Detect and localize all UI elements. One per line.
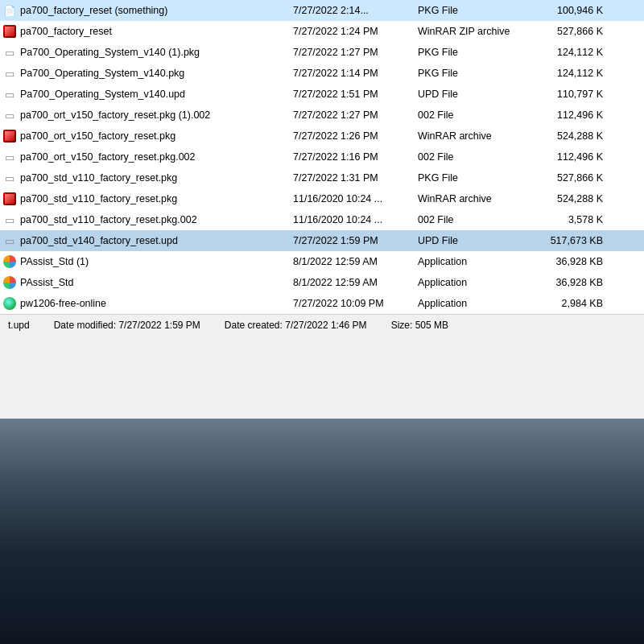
status-size: Size: 505 MB [391, 320, 448, 331]
file-size: 100,946 K [522, 5, 603, 16]
doc-icon: ▭ [3, 171, 16, 184]
file-size: 517,673 KB [522, 235, 603, 246]
file-date: 11/16/2020 10:24 ... [293, 193, 418, 204]
file-type: WinRAR archive [418, 130, 522, 142]
file-name: ▭ pa700_std_v110_factory_reset.pkg.002 [3, 213, 293, 226]
file-type: PKG File [418, 5, 522, 16]
status-filename: t.upd [8, 320, 30, 331]
winrar-icon [3, 192, 16, 205]
file-size: 2,984 KB [522, 298, 603, 309]
file-name: pw1206-free-online [3, 297, 293, 310]
file-type: Application [418, 298, 522, 309]
file-size: 527,866 K [522, 172, 603, 184]
file-date: 7/27/2022 1:26 PM [293, 130, 418, 142]
file-date: 7/27/2022 1:16 PM [293, 151, 418, 163]
file-type: UPD File [418, 89, 522, 100]
file-name: ▭ pa700_std_v110_factory_reset.pkg [3, 171, 293, 184]
file-type: Application [418, 256, 522, 267]
file-date: 7/27/2022 1:24 PM [293, 26, 418, 37]
file-size: 527,866 K [522, 26, 603, 37]
file-list: 📄 pa700_factory_reset (something) 7/27/2… [0, 0, 644, 314]
table-row[interactable]: pa700_factory_reset 7/27/2022 1:24 PM Wi… [0, 21, 644, 42]
file-type: UPD File [418, 235, 522, 246]
file-size: 124,112 K [522, 68, 603, 79]
status-date-modified: Date modified: 7/27/2022 1:59 PM [54, 320, 200, 331]
file-name: PAssist_Std [3, 276, 293, 289]
desktop-background [0, 419, 644, 644]
file-name: ▭ pa700_ort_v150_factory_reset.pkg (1).0… [3, 109, 293, 122]
table-row[interactable]: PAssist_Std (1) 8/1/2022 12:59 AM Applic… [0, 251, 644, 272]
doc-icon: ▭ [3, 151, 16, 163]
table-row[interactable]: pa700_ort_v150_factory_reset.pkg 7/27/20… [0, 126, 644, 147]
file-date: 7/27/2022 1:27 PM [293, 109, 418, 121]
file-size: 36,928 KB [522, 277, 603, 288]
file-type: PKG File [418, 68, 522, 79]
doc-icon: ▭ [3, 109, 16, 122]
table-row[interactable]: ▭ Pa700_Operating_System_v140.pkg 7/27/2… [0, 63, 644, 84]
file-type: WinRAR ZIP archive [418, 26, 522, 37]
table-row[interactable]: ▭ Pa700_Operating_System_v140 (1).pkg 7/… [0, 42, 644, 63]
doc-icon: ▭ [3, 88, 16, 101]
winrar-icon [3, 130, 16, 142]
file-type: PKG File [418, 172, 522, 184]
file-size: 524,288 K [522, 193, 603, 204]
file-size: 524,288 K [522, 130, 603, 142]
file-type: PKG File [418, 47, 522, 58]
doc-icon: ▭ [3, 67, 16, 80]
file-size: 124,112 K [522, 47, 603, 58]
file-name: ▭ Pa700_Operating_System_v140 (1).pkg [3, 46, 293, 59]
file-date: 7/27/2022 1:31 PM [293, 172, 418, 184]
file-size: 36,928 KB [522, 256, 603, 267]
table-row[interactable]: ▭ pa700_std_v110_factory_reset.pkg 7/27/… [0, 167, 644, 188]
file-size: 112,496 K [522, 151, 603, 163]
app-green-icon [3, 297, 16, 310]
file-explorer: 📄 pa700_factory_reset (something) 7/27/2… [0, 0, 644, 419]
table-row[interactable]: ▭ pa700_ort_v150_factory_reset.pkg (1).0… [0, 105, 644, 126]
file-name: PAssist_Std (1) [3, 255, 293, 268]
file-name: pa700_factory_reset [3, 25, 293, 38]
table-row[interactable]: PAssist_Std 8/1/2022 12:59 AM Applicatio… [0, 272, 644, 293]
doc-icon: 📄 [3, 4, 16, 17]
file-date: 8/1/2022 12:59 AM [293, 256, 418, 267]
table-row[interactable]: ▭ pa700_ort_v150_factory_reset.pkg.002 7… [0, 147, 644, 167]
status-date-created: Date created: 7/27/2022 1:46 PM [225, 320, 367, 331]
file-name: pa700_std_v110_factory_reset.pkg [3, 192, 293, 205]
doc-icon: ▭ [3, 213, 16, 226]
file-date: 7/27/2022 1:59 PM [293, 235, 418, 246]
file-name: ▭ Pa700_Operating_System_v140.pkg [3, 67, 293, 80]
app-icon [3, 276, 16, 289]
file-type: WinRAR archive [418, 193, 522, 204]
doc-icon: ▭ [3, 234, 16, 247]
file-date: 7/27/2022 1:51 PM [293, 89, 418, 100]
file-size: 112,496 K [522, 109, 603, 121]
file-name: ▭ pa700_ort_v150_factory_reset.pkg.002 [3, 151, 293, 163]
table-row[interactable]: 📄 pa700_factory_reset (something) 7/27/2… [0, 0, 644, 21]
file-size: 3,578 K [522, 214, 603, 225]
table-row[interactable]: ▭ pa700_std_v110_factory_reset.pkg.002 1… [0, 209, 644, 230]
table-row[interactable]: pa700_std_v110_factory_reset.pkg 11/16/2… [0, 188, 644, 209]
file-name: ▭ Pa700_Operating_System_v140.upd [3, 88, 293, 101]
file-type: Application [418, 277, 522, 288]
winrar-icon [3, 25, 16, 38]
file-name: pa700_ort_v150_factory_reset.pkg [3, 130, 293, 142]
file-name: ▭ pa700_std_v140_factory_reset.upd [3, 234, 293, 247]
doc-icon: ▭ [3, 46, 16, 59]
table-row[interactable]: ▭ pa700_std_v140_factory_reset.upd 7/27/… [0, 230, 644, 251]
file-size: 110,797 K [522, 89, 603, 100]
file-date: 7/27/2022 10:09 PM [293, 298, 418, 309]
file-date: 7/27/2022 1:14 PM [293, 68, 418, 79]
file-type: 002 File [418, 214, 522, 225]
file-type: 002 File [418, 151, 522, 163]
table-row[interactable]: pw1206-free-online 7/27/2022 10:09 PM Ap… [0, 293, 644, 314]
file-type: 002 File [418, 109, 522, 121]
file-date: 7/27/2022 2:14... [293, 5, 418, 16]
file-date: 11/16/2020 10:24 ... [293, 214, 418, 225]
table-row[interactable]: ▭ Pa700_Operating_System_v140.upd 7/27/2… [0, 84, 644, 105]
app-icon [3, 255, 16, 268]
status-bar: t.upd Date modified: 7/27/2022 1:59 PM D… [0, 314, 644, 336]
file-name: 📄 pa700_factory_reset (something) [3, 4, 293, 17]
file-date: 7/27/2022 1:27 PM [293, 47, 418, 58]
file-date: 8/1/2022 12:59 AM [293, 277, 418, 288]
